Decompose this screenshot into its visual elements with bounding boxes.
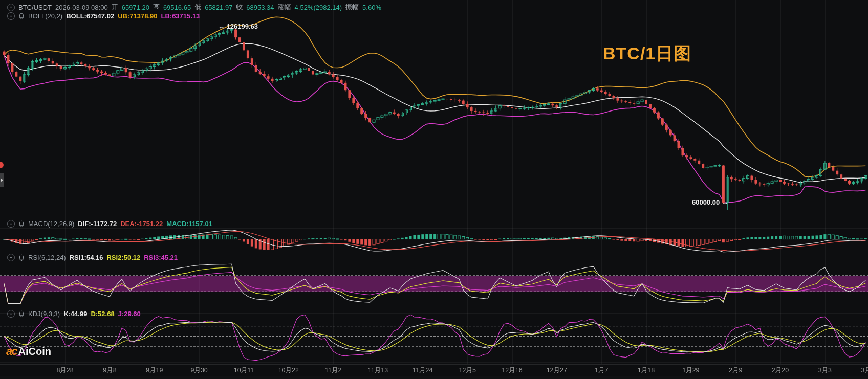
chevron-down-icon[interactable]: ⌄ bbox=[7, 12, 15, 20]
alert-bell-icon[interactable] bbox=[18, 220, 25, 228]
x-axis-label: 9月19 bbox=[146, 366, 163, 375]
rsi-indicator-row[interactable]: ⌄ RSI(6,12,24) RSI1:54.16 RSI2:50.12 RSI… bbox=[7, 254, 178, 261]
high-label: 高 bbox=[153, 3, 160, 12]
chart-canvas[interactable] bbox=[0, 0, 868, 379]
x-axis-label: 10月22 bbox=[278, 366, 299, 375]
rsi2-value: RSI2:50.12 bbox=[106, 254, 140, 261]
rsi-name: RSI(6,12,24) bbox=[28, 254, 66, 261]
change-value: 4.52%(2982.14) bbox=[295, 4, 342, 11]
x-axis-label: 3月14 bbox=[861, 366, 868, 375]
axis-separator bbox=[0, 364, 868, 365]
close-value: 68953.34 bbox=[246, 4, 274, 11]
x-axis-label: 11月24 bbox=[413, 366, 432, 375]
boll-indicator-row[interactable]: ⌄ BOLL(20,2) BOLL:67547.02 UB:71378.90 L… bbox=[7, 12, 200, 20]
rsi1-value: RSI1:54.16 bbox=[70, 254, 103, 261]
high-price-annotation: ← 126199.63 bbox=[218, 23, 258, 30]
x-axis-label: 12月16 bbox=[502, 366, 522, 375]
symbol-label: BTC/USDT bbox=[18, 4, 52, 11]
x-axis: 8月289月89月199月3010月1110月2211月211月1311月241… bbox=[0, 365, 868, 376]
x-axis-label: 2月20 bbox=[772, 366, 789, 375]
low-label: 低 bbox=[194, 3, 201, 12]
x-axis-label: 2月9 bbox=[729, 366, 742, 375]
open-value: 65971.20 bbox=[122, 4, 149, 11]
x-axis-label: 9月8 bbox=[103, 366, 116, 375]
boll-name: BOLL(20,2) bbox=[28, 12, 62, 20]
chevron-down-icon[interactable]: ⌄ bbox=[7, 4, 15, 11]
aicoin-logo-icon: ac bbox=[6, 345, 16, 358]
x-axis-label: 8月28 bbox=[56, 366, 73, 375]
x-axis-label: 3月3 bbox=[818, 366, 832, 375]
kdj-j-value: J:29.60 bbox=[118, 310, 141, 318]
chart-window: ⌄ BTC/USDT 2026-03-09 08:00 开 65971.20 高… bbox=[0, 0, 868, 379]
x-axis-label: 1月29 bbox=[682, 366, 699, 375]
macd-indicator-row[interactable]: ⌄ MACD(12,26,9) DIF:-1172.72 DEA:-1751.2… bbox=[7, 220, 212, 228]
x-axis-label: 1月18 bbox=[638, 366, 655, 375]
boll-lb-value: LB:63715.13 bbox=[161, 12, 200, 20]
symbol-header-row: ⌄ BTC/USDT 2026-03-09 08:00 开 65971.20 高… bbox=[7, 3, 381, 12]
x-axis-label: 12月5 bbox=[459, 366, 475, 375]
macd-name: MACD(12,26,9) bbox=[28, 220, 74, 228]
chevron-down-icon[interactable]: ⌄ bbox=[7, 310, 15, 318]
datetime-label: 2026-03-09 08:00 bbox=[55, 4, 108, 11]
drawer-toggle[interactable] bbox=[0, 173, 4, 187]
amplitude-label: 振幅 bbox=[345, 3, 359, 12]
amplitude-value: 5.60% bbox=[362, 4, 381, 11]
right-arrow-icon: → bbox=[722, 198, 728, 206]
x-axis-label: 11月2 bbox=[325, 366, 341, 375]
x-axis-label: 9月30 bbox=[190, 366, 207, 375]
boll-mid-value: BOLL:67547.02 bbox=[66, 12, 114, 20]
kdj-d-value: D:52.68 bbox=[91, 310, 114, 318]
left-arrow-icon: ← bbox=[218, 23, 225, 30]
kdj-indicator-row[interactable]: ⌄ KDJ(9,3,3) K:44.99 D:52.68 J:29.60 bbox=[7, 310, 141, 318]
low-price-annotation: 60000.00 → bbox=[692, 198, 728, 206]
alert-bell-icon[interactable] bbox=[18, 13, 25, 20]
macd-macd-value: MACD:1157.01 bbox=[166, 220, 212, 228]
chevron-down-icon[interactable]: ⌄ bbox=[7, 220, 15, 228]
close-label: 收 bbox=[236, 3, 243, 12]
bottom-strip bbox=[0, 376, 868, 379]
alert-bell-icon[interactable] bbox=[18, 310, 25, 318]
macd-dea-value: DEA:-1751.22 bbox=[120, 220, 163, 228]
kdj-k-value: K:44.99 bbox=[63, 310, 87, 318]
x-axis-label: 1月7 bbox=[595, 366, 608, 375]
chart-title: BTC/1日图 bbox=[603, 42, 691, 65]
chevron-down-icon[interactable]: ⌄ bbox=[7, 254, 15, 261]
x-axis-label: 11月13 bbox=[368, 366, 388, 375]
high-value: 69516.65 bbox=[163, 4, 191, 11]
boll-ub-value: UB:71378.90 bbox=[118, 12, 157, 20]
kdj-name: KDJ(9,3,3) bbox=[28, 310, 60, 318]
alert-bell-icon[interactable] bbox=[18, 254, 25, 261]
macd-dif-value: DIF:-1172.72 bbox=[78, 220, 117, 228]
rsi3-value: RSI3:45.21 bbox=[144, 254, 178, 261]
open-label: 开 bbox=[112, 3, 118, 12]
x-axis-label: 12月27 bbox=[547, 366, 567, 375]
x-axis-label: 10月11 bbox=[234, 366, 254, 375]
aicoin-watermark: acAiCoin bbox=[6, 345, 51, 358]
change-label: 涨幅 bbox=[278, 3, 291, 12]
low-value: 65821.97 bbox=[205, 4, 232, 11]
